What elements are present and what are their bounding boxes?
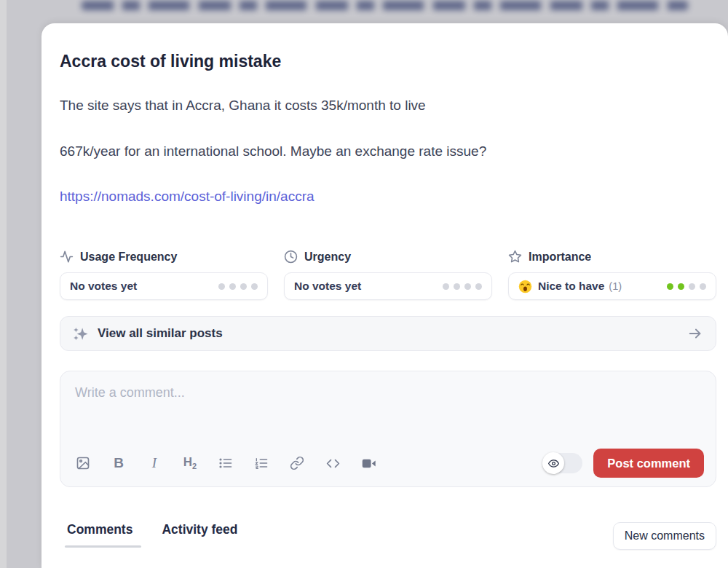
comment-editor[interactable]: Write a comment... B I H2 Post comment [60, 371, 716, 487]
code-button[interactable] [325, 454, 341, 472]
vote-dot[interactable] [475, 283, 482, 290]
toggle-knob [542, 452, 564, 474]
link-button[interactable] [289, 454, 305, 472]
editor-toolbar: B I H2 Post comment [75, 449, 704, 478]
vote-dot[interactable] [251, 283, 258, 290]
activity-icon [60, 250, 74, 264]
video-button[interactable] [360, 454, 376, 472]
private-comment-toggle[interactable] [543, 453, 582, 473]
vote-sections: Usage Frequency No votes yet Urgency No … [60, 250, 716, 300]
vote-dot[interactable] [229, 283, 236, 290]
editor-right-controls: Post comment [543, 449, 704, 478]
bullet-list-button[interactable] [218, 454, 234, 472]
usage-frequency-value: No votes yet [70, 280, 137, 293]
post-body-line-2: 667k/year for an international school. M… [60, 143, 716, 160]
vote-dot[interactable] [689, 283, 695, 290]
sparkles-icon [73, 326, 88, 342]
bold-icon: B [114, 455, 124, 471]
tab-comments[interactable]: Comments [67, 522, 132, 548]
video-icon [361, 456, 376, 471]
image-icon [76, 456, 90, 470]
vote-section-usage-frequency: Usage Frequency No votes yet [60, 250, 268, 300]
code-icon [325, 456, 341, 471]
vote-dot[interactable] [240, 283, 247, 290]
urgency-value: No votes yet [294, 280, 361, 293]
page-edge-strip [0, 0, 7, 568]
importance-header: Importance [508, 250, 716, 264]
link-icon [290, 456, 304, 470]
heading2-button[interactable]: H2 [182, 454, 198, 472]
italic-icon: I [152, 455, 157, 471]
urgency-dots [443, 283, 482, 290]
italic-button[interactable]: I [146, 454, 162, 472]
importance-vote-pill[interactable]: Nice to have (1) [508, 272, 716, 300]
vote-dot[interactable] [700, 283, 706, 290]
urgency-vote-pill[interactable]: No votes yet [284, 272, 492, 300]
post-comment-button[interactable]: Post comment [593, 449, 704, 478]
importance-value: Nice to have [538, 280, 604, 293]
post-body-line-1: The site says that in Accra, Ghana it co… [60, 97, 716, 114]
urgency-header: Urgency [284, 250, 492, 264]
insert-image-button[interactable] [75, 454, 91, 472]
vote-dot[interactable] [667, 283, 673, 290]
post-link[interactable]: https://nomads.com/cost-of-living/in/acc… [60, 189, 314, 205]
bullet-list-icon [218, 456, 233, 470]
usage-frequency-label: Usage Frequency [80, 251, 177, 264]
tab-activity-feed[interactable]: Activity feed [162, 522, 237, 548]
new-comments-sort-button[interactable]: New comments [613, 522, 716, 550]
vote-dot[interactable] [454, 283, 460, 290]
vote-dot[interactable] [443, 283, 449, 290]
importance-label: Importance [529, 251, 591, 264]
view-similar-posts-label: View all similar posts [98, 326, 223, 341]
view-similar-posts-button[interactable]: View all similar posts [60, 316, 716, 351]
blurred-background-text [82, 1, 688, 10]
arrow-right-icon [687, 326, 703, 342]
urgency-label: Urgency [304, 251, 351, 264]
comment-input-placeholder: Write a comment... [75, 385, 185, 401]
importance-dots [667, 283, 706, 290]
vote-section-importance: Importance Nice to have (1) [508, 250, 716, 300]
usage-frequency-header: Usage Frequency [60, 250, 268, 264]
star-icon [508, 250, 522, 264]
post-detail-modal: Accra cost of living mistake The site sa… [41, 23, 728, 568]
vote-dot[interactable] [678, 283, 684, 290]
ordered-list-button[interactable] [253, 454, 269, 472]
bold-button[interactable]: B [111, 454, 127, 472]
usage-frequency-dots [218, 283, 258, 290]
usage-frequency-vote-pill[interactable]: No votes yet [60, 272, 268, 300]
vote-section-urgency: Urgency No votes yet [284, 250, 492, 300]
comments-tabs-row: Comments Activity feed New comments [60, 522, 716, 550]
eye-icon [548, 458, 559, 469]
ordered-list-icon [254, 456, 269, 470]
post-title: Accra cost of living mistake [60, 51, 716, 71]
importance-vote-count: (1) [609, 280, 622, 292]
vote-dot[interactable] [218, 283, 225, 290]
vote-dot[interactable] [464, 283, 471, 290]
clock-icon [284, 250, 298, 264]
yawning-face-emoji-icon [518, 280, 532, 293]
heading2-icon: H2 [183, 455, 197, 470]
